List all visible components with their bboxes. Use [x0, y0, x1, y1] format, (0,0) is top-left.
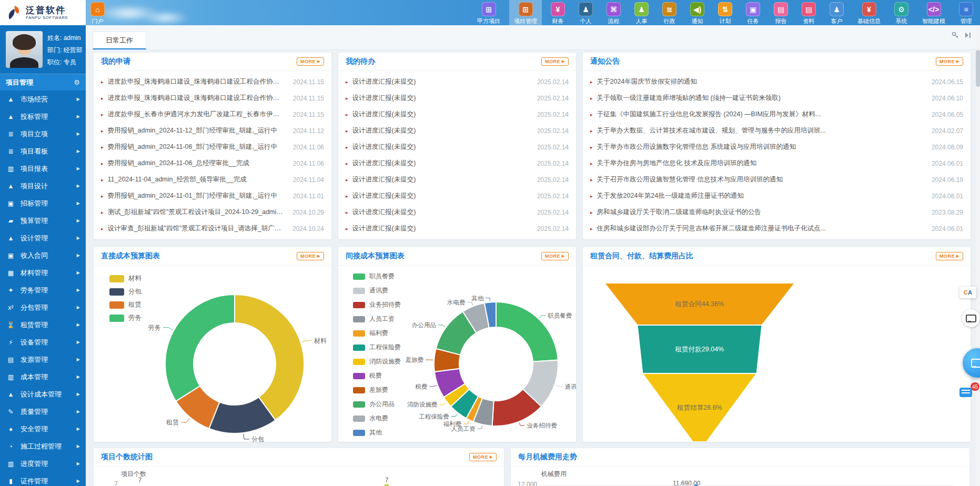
list-item[interactable]: ▸于征集《中国建筑施工行业信息化发展报告 (2024) —BIM应用与发展》材料…: [590, 106, 963, 123]
list-item[interactable]: ▸进度款申报_长春市伊通河水力发电厂改建工程_长春市伊通河水力发电...2024…: [101, 106, 324, 123]
topnav-item-report[interactable]: ▤报告: [769, 0, 793, 25]
topnav-item-workflow[interactable]: ⌘流程: [602, 0, 625, 25]
list-item[interactable]: ▸关于召开市政公用设施智慧化管理 信息技术与应用培训班的通知2024.06.19: [590, 171, 963, 188]
topnav-item-task[interactable]: ▣任务: [741, 0, 765, 25]
list-item[interactable]: ▸设计进度汇报(未提交)2025.02.14: [346, 171, 569, 188]
list-item[interactable]: ▸设计进度汇报(未提交)2025.02.14: [346, 106, 569, 123]
sidebar-item-construction-process[interactable]: ◔施工过程管理▶: [0, 438, 86, 455]
list-item[interactable]: ▸设计进度汇报(未提交)2025.02.14: [346, 188, 569, 204]
sidebar-item-subcontract[interactable]: x²分包管理▶: [0, 299, 86, 316]
sidebar-item-safety[interactable]: ●安全管理▶: [0, 420, 86, 438]
more-button[interactable]: MORE ▶: [541, 57, 569, 66]
topnav-item-personal[interactable]: ♟个人: [574, 0, 598, 25]
more-button[interactable]: MORE ▶: [469, 453, 497, 461]
sidebar-item-equipment[interactable]: ⚡设备管理▶: [0, 333, 86, 351]
panel-head: 每月机械费用走势: [511, 448, 969, 467]
project-count-bar-chart: 77: [94, 467, 504, 486]
sidebar-item-market[interactable]: ▲市场经营▶: [0, 90, 86, 108]
topnav-item-plan[interactable]: ⇅计划: [713, 0, 737, 25]
scrollbar-thumb[interactable]: [976, 50, 980, 87]
app-logo[interactable]: 泛普软件 FANPU SOFTWARE: [0, 0, 86, 25]
sidebar-item-lease[interactable]: ⌛租赁管理▶: [0, 316, 86, 333]
sidebar-item-certificate[interactable]: ▮证件管理▶: [0, 472, 86, 486]
topnav-item-party-projects[interactable]: ⊞甲方项目: [472, 0, 505, 25]
list-item[interactable]: ▸设计进度汇报(未提交)2025.02.14: [346, 90, 569, 106]
list-item[interactable]: ▸房和城乡建设厅关于取消二级建造师临时执业证书的公告2023.08.29: [590, 204, 963, 220]
topnav-item-documents[interactable]: ▤资料: [797, 0, 821, 25]
topnav-item-modeling[interactable]: </>智能建模: [917, 0, 950, 25]
list-item[interactable]: ▸关于2024年国庆节放假安排的通知2024.06.15: [590, 74, 963, 90]
sidebar-item-project-reports[interactable]: ▥项目报表▶: [0, 160, 86, 177]
topnav-item-manage[interactable]: ≡管理: [954, 0, 978, 25]
list-item[interactable]: ▸费用报销_admin_2024-11-06_总经理审批__完成2024.11.…: [101, 155, 324, 171]
sidebar-item-project-initiation[interactable]: ≣项目立项▶: [0, 125, 86, 143]
list-item-date: 2025.02.14: [537, 225, 569, 232]
topnav-item-project-mgmt[interactable]: ⊞项目管理: [509, 0, 542, 25]
topnav-item-system[interactable]: ⚙系统: [890, 0, 913, 25]
topnav-item-hr[interactable]: ♟人事: [630, 0, 653, 25]
list-item[interactable]: ▸进度款申报_珠海鹤港口建设_珠海鹤港口建设工程合作协议书_admin_...2…: [101, 74, 324, 90]
more-button[interactable]: MORE ▶: [936, 252, 963, 260]
sidebar-item-bidding[interactable]: ▲投标管理▶: [0, 108, 86, 125]
sidebar-item-material[interactable]: ▦材料管理▶: [0, 264, 86, 281]
collapse-panel-icon[interactable]: [964, 32, 972, 39]
ca-assistant-button[interactable]: CA: [959, 287, 976, 298]
sidebar-item-cost[interactable]: ▥成本管理▶: [0, 368, 86, 386]
list-item[interactable]: ▸设计审查_彭祖新城"四馆"景观工程设计项目_请选择_胡广生_2024-10-2…: [101, 220, 324, 237]
list-item[interactable]: ▸关于举办住房与房地产信息化 技术及应用培训班的通知2024.06.01: [590, 155, 963, 171]
sidebar-item-income-contract[interactable]: ▣收入合同▶: [0, 247, 86, 264]
list-item[interactable]: ▸费用报销_admin_2024-11-06_部门经理审批_胡建,_运行中202…: [101, 139, 324, 155]
sidebar-item-invoice[interactable]: ▤发票管理▶: [0, 351, 86, 368]
topnav-item-portal[interactable]: ⌂门户: [86, 0, 109, 25]
list-item[interactable]: ▸关于举办市政公用设施数字化管理信息 系统建设与应用培训班的通知2024.06.…: [590, 139, 963, 155]
topnav-item-finance[interactable]: ¥财务: [546, 0, 570, 25]
sidebar-header-project-mgmt[interactable]: 项目管理 ⚙: [0, 74, 86, 90]
user-avatar[interactable]: [6, 31, 43, 68]
list-item[interactable]: ▸进度款申报_珠海鹤港口建设_珠海鹤港口建设工程合作协议书_admin_...2…: [101, 90, 324, 106]
list-item[interactable]: ▸设计进度汇报(未提交)2025.02.14: [346, 204, 569, 220]
list-item-date: 2025.02.14: [537, 111, 569, 118]
feedback-chat-button[interactable]: [962, 309, 980, 327]
more-button[interactable]: MORE ▶: [936, 57, 963, 66]
list-item[interactable]: ▸设计进度汇报(未提交)2025.02.14: [346, 74, 569, 90]
list-item[interactable]: ▸设计进度汇报(未提交)2025.02.14: [346, 139, 569, 155]
list-item[interactable]: ▸费用报销_admin_2024-11-01_部门经理审批_胡建,_运行中202…: [101, 188, 324, 204]
topnav-item-administration[interactable]: ≋行政: [658, 0, 681, 25]
sidebar-item-tender[interactable]: ▣招标管理▶: [0, 195, 86, 212]
more-arrow-icon: ▶: [562, 59, 565, 64]
list-item[interactable]: ▸测试_彭祖新城"四馆"景观工程设计项目_2024-10-29_admin_结束…: [101, 204, 324, 220]
topnav-item-notification[interactable]: ◀)通知: [685, 0, 709, 25]
sidebar-item-design-cost[interactable]: ▲设计成本管理▶: [0, 386, 86, 403]
list-item[interactable]: ▸设计进度汇报(未提交)2025.02.14: [346, 155, 569, 171]
sidebar-item-budget[interactable]: ▰预算管理▶: [0, 212, 86, 229]
scrollbar-track[interactable]: [976, 25, 980, 486]
list-item[interactable]: ▸关于领取一级注册建造师增项贴的通知 (须持一建证书前来领取)2024.06.1…: [590, 90, 963, 106]
list-item[interactable]: ▸费用报销_admin_2024-11-12_部门经理审批_胡建,_运行中202…: [101, 123, 324, 139]
list-item[interactable]: ▸设计进度汇报(未提交)2025.02.14: [346, 220, 569, 237]
list-item[interactable]: ▸设计进度汇报(未提交)2025.02.14: [346, 123, 569, 139]
sidebar-item-project-design[interactable]: ▲项目设计▶: [0, 177, 86, 195]
list-item[interactable]: ▸11_2024-11-04_admin_经营部_领导审批__完成2024.11…: [101, 171, 324, 188]
more-button[interactable]: MORE ▶: [297, 57, 324, 66]
more-button[interactable]: MORE ▶: [297, 252, 324, 260]
legend-label: 水电费: [369, 414, 388, 423]
messages-button[interactable]: 45: [959, 386, 977, 401]
sidebar-item-labor[interactable]: ✦劳务管理▶: [0, 281, 86, 299]
sidebar-item-project-kanban[interactable]: ≣项目看板▶: [0, 143, 86, 160]
sidebar-item-progress[interactable]: ▥进度管理▶: [0, 455, 86, 472]
more-button[interactable]: MORE ▶: [541, 252, 569, 260]
topnav-item-label: 报告: [775, 17, 787, 25]
topnav-item-label: 门户: [92, 17, 104, 25]
list-item[interactable]: ▸关于举办大数据、云计算技术在城市建设、规划、管理与服务中的应用培训班...20…: [590, 123, 963, 139]
sidebar-item-quality[interactable]: ✎质量管理▶: [0, 403, 86, 420]
lease-funnel-chart: 租赁合同44.36%租赁付款29.04%租赁结算26.6%: [583, 266, 971, 442]
topnav-item-customer[interactable]: ♟客户: [825, 0, 848, 25]
settings-gear-icon[interactable]: ⚙: [74, 78, 80, 86]
list-item[interactable]: ▸关于发放2024年第24批一级建造师注册证书的通知2024.06.01: [590, 188, 963, 204]
key-icon[interactable]: [952, 32, 959, 39]
tab-daily-work[interactable]: 日常工作: [93, 32, 146, 49]
list-item[interactable]: ▸住房和城乡建设部办公厅关于同意吉林省开展二级建造师注册证书电子化试点...20…: [590, 220, 963, 237]
sidebar-item-design-mgmt[interactable]: ▲设计管理▶: [0, 229, 86, 247]
topnav-item-base-info[interactable]: ¥基础信息: [853, 0, 885, 25]
panel-title: 间接成本预算图表: [346, 251, 405, 261]
